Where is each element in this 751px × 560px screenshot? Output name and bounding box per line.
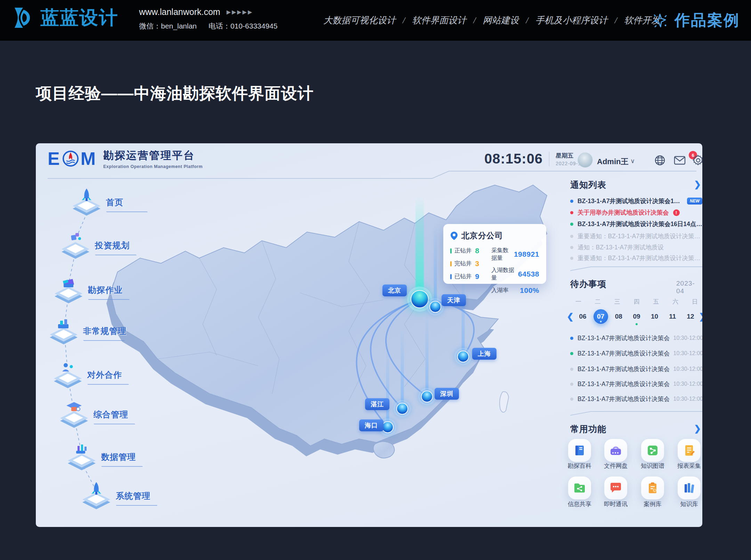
nav-separator: / [526, 15, 528, 26]
chevron-down-icon[interactable]: ∨ [630, 157, 635, 165]
calendar-date[interactable]: 09 [629, 309, 644, 324]
notification-item[interactable]: 重要通知：BZ-13-1-A7井测试地质设计决策会16日14... [570, 254, 702, 262]
calendar-date[interactable]: 08 [611, 309, 626, 324]
sidebar-item-cooperation[interactable]: 对外合作 [52, 360, 122, 390]
external-cooperation-icon [52, 360, 84, 390]
nav-item-mobile[interactable]: 手机及小程序设计 [535, 14, 608, 26]
status-dot [570, 211, 573, 214]
calendar-prev-arrow[interactable]: ❮ [565, 309, 575, 324]
section-divider [570, 266, 702, 271]
zhanjiang-marker[interactable] [396, 403, 408, 415]
todo-item[interactable]: BZ-13-1-A7井测试地质设计决策会... 10:30-12:00 [570, 349, 702, 358]
todo-item[interactable]: BZ-13-1-A7井测试地质设计决策会 10:30-12:00 [570, 365, 702, 373]
sidebar-item-label: 综合管理 [94, 409, 128, 420]
sidebar-item-exploration[interactable]: 勘探作业 [53, 275, 123, 305]
calendar-weekdays: 一二 三四 五六 日 [575, 298, 698, 306]
cloud-drive-icon [609, 444, 623, 457]
city-label-zhanjiang[interactable]: 湛江 [365, 398, 389, 410]
user-avatar[interactable] [578, 152, 593, 168]
city-label-tianjin[interactable]: 天津 [442, 294, 466, 306]
status-dot [570, 352, 573, 355]
stat-bar [450, 248, 452, 254]
city-label-beijing[interactable]: 北京 [382, 285, 407, 296]
sidebar-item-system[interactable]: 系统管理 [80, 481, 151, 511]
sparkle-star-icon [651, 11, 669, 30]
dashboard-screenshot: 北京 天津 上海 深圳 湛江 海口 E M 勘探运营管理平台 Explorati… [36, 143, 702, 527]
city-label-shanghai[interactable]: 上海 [472, 348, 496, 360]
func-report-button[interactable] [678, 439, 701, 462]
nav-item-website[interactable]: 网站建设 [483, 14, 519, 26]
functions-more-arrow[interactable]: ❯ [694, 424, 701, 433]
notification-item[interactable]: 关于用举办井测试地质设计决策会 ! [570, 208, 702, 217]
calendar-date[interactable]: 11 [665, 309, 680, 324]
user-name[interactable]: Admin王 [597, 157, 628, 167]
calendar-date[interactable]: 12 [683, 309, 698, 324]
notifications-more-arrow[interactable]: ❯ [694, 179, 701, 189]
status-dot [570, 368, 573, 371]
haikou-marker[interactable] [382, 421, 394, 433]
tianjin-beam [434, 225, 437, 308]
stat-collected-data: 采集数据量198921 [491, 247, 539, 262]
func-knowledge-base-button[interactable] [678, 477, 701, 499]
lanlan-logo[interactable]: 蓝蓝设计 [10, 5, 118, 31]
calendar-date-selected[interactable]: 07 [593, 309, 608, 324]
site-nav: 大数据可视化设计 / 软件界面设计 / 网站建设 / 手机及小程序设计 / 软件… [320, 0, 664, 41]
todo-item[interactable]: BZ-13-1-A7井测试地质设计决策会 10:30-12:00 [570, 395, 702, 403]
wechat-contact: 微信：ben_lanlan [139, 21, 197, 31]
sidebar-item-label: 系统管理 [116, 490, 151, 502]
func-label: 知识图谱 [641, 462, 664, 470]
notification-item[interactable]: BZ-13-1-A7井测试地质设计决策会16日14点开始！ [570, 220, 702, 228]
gear-icon[interactable] [692, 154, 702, 166]
system-mgmt-icon [80, 481, 112, 511]
func-encyclopedia-button[interactable] [568, 439, 591, 462]
sidebar-item-data[interactable]: 数据管理 [66, 442, 136, 472]
sidebar-item-label: 非常规管理 [83, 326, 127, 337]
nav-separator: / [615, 15, 617, 26]
func-netdisk-button[interactable] [604, 439, 627, 462]
comprehensive-mgmt-icon [58, 400, 90, 429]
portfolio-link[interactable]: 作品案例 [651, 0, 740, 41]
sidebar-item-investment[interactable]: 投资规划 [59, 231, 130, 260]
site-header: 蓝蓝设计 www.lanlanwork.com ▶▶▶▶▶ 微信：ben_lan… [0, 0, 751, 41]
nav-item-bigdata[interactable]: 大数据可视化设计 [323, 14, 396, 26]
clock-block: 08:15:06 星期五 2022-09-12 [484, 151, 584, 167]
mail-icon[interactable] [673, 154, 687, 166]
sidebar-item-home[interactable]: 首页 [71, 188, 123, 217]
notification-item[interactable]: 重要通知：BZ-13-1-A7井测试地质设计决策会16日14... [570, 232, 702, 240]
logo-text: 蓝蓝设计 [40, 5, 118, 31]
shanghai-marker[interactable] [457, 351, 469, 362]
exploration-work-icon [53, 275, 84, 305]
todo-item[interactable]: BZ-13-1-A7井测试地质设计决策会... 10:30-12:00 [570, 334, 702, 342]
stat-lake-rate: 入湖率100% [491, 286, 539, 295]
globe-icon[interactable] [654, 154, 666, 166]
func-info-share-button[interactable] [568, 477, 591, 499]
func-case-library-button[interactable] [641, 477, 664, 499]
sidebar-item-comprehensive[interactable]: 综合管理 [58, 400, 128, 429]
status-dot [570, 246, 573, 249]
todo-item[interactable]: BZ-13-1-A7井测试地质设计决策会 10:30-12:00 [570, 380, 702, 388]
city-label-haikou[interactable]: 海口 [359, 419, 383, 431]
status-dot [570, 398, 573, 401]
site-url[interactable]: www.lanlanwork.com [139, 7, 220, 17]
calendar-date[interactable]: 10 [647, 309, 662, 324]
nav-item-software-ui[interactable]: 软件界面设计 [412, 14, 466, 26]
calendar-date[interactable]: 06 [575, 309, 590, 324]
sidebar-item-unconventional[interactable]: 非常规管理 [48, 317, 127, 346]
section-divider [570, 410, 702, 416]
shenzhen-marker[interactable] [421, 391, 433, 402]
nav-separator: / [473, 15, 476, 26]
notification-item[interactable]: 通知：BZ-13-1-A7井测试地质设 [570, 243, 702, 251]
zhanjiang-beam [401, 327, 404, 410]
beijing-marker[interactable] [411, 290, 429, 308]
func-label: 报表采集 [677, 462, 701, 470]
sidebar-item-label: 勘探作业 [88, 285, 123, 296]
notification-item[interactable]: BZ-13-1-A7井测试地质设计决策会16日14点开始 NEW [570, 197, 702, 205]
calendar-next-arrow[interactable]: ❯ [697, 309, 702, 324]
stat-lake-data: 入湖数据量64538 [491, 266, 539, 282]
city-label-shenzhen[interactable]: 深圳 [435, 388, 459, 400]
func-im-button[interactable] [604, 477, 627, 499]
graph-icon [646, 444, 659, 457]
func-knowledge-graph-button[interactable] [641, 439, 664, 462]
func-label: 文件网盘 [604, 462, 628, 470]
tianjin-marker[interactable] [429, 301, 441, 313]
